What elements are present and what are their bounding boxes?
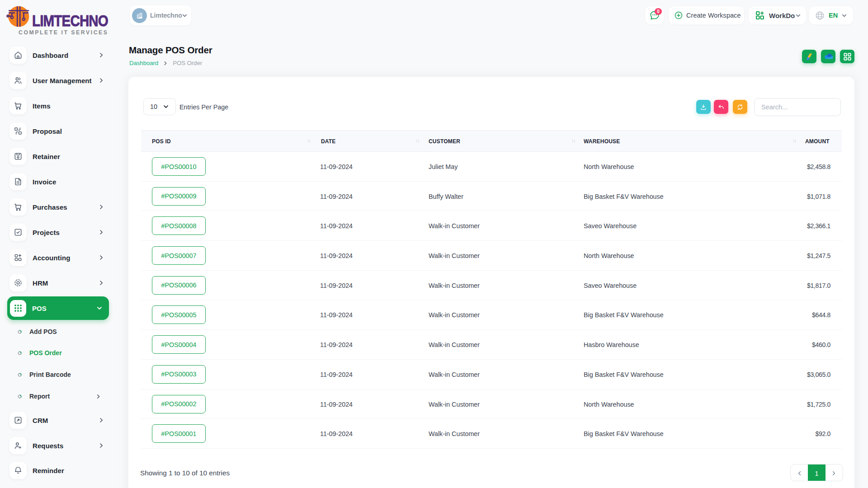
- svg-text:LIMTECHNO: LIMTECHNO: [32, 12, 108, 29]
- svg-text:COMPLETE IT SERVICES: COMPLETE IT SERVICES: [19, 29, 108, 36]
